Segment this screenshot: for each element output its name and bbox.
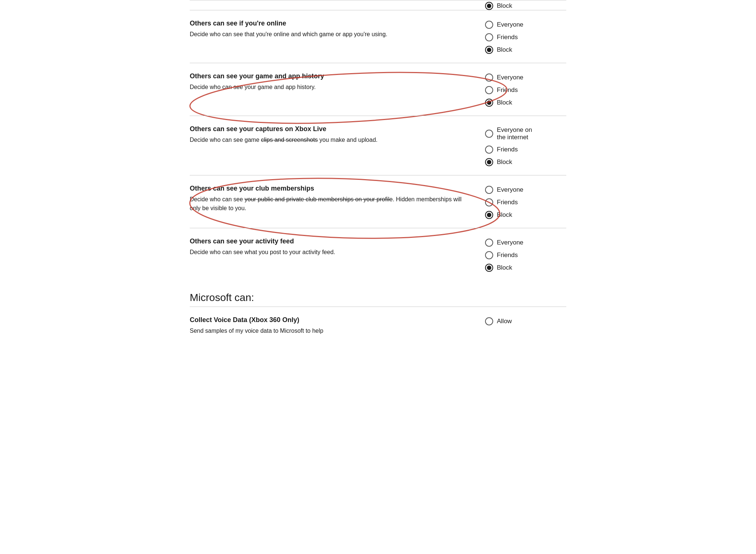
radio-indicator — [485, 198, 493, 206]
desc-strikethrough: clips and screenshots — [261, 137, 318, 143]
radio-block-activity[interactable]: Block — [485, 264, 566, 272]
radio-friends-activity[interactable]: Friends — [485, 251, 566, 259]
setting-options-online: Everyone Friends Block — [485, 19, 566, 54]
radio-label: Everyone — [497, 21, 523, 28]
setting-info-game-history: Others can see your game and app history… — [190, 72, 485, 92]
radio-indicator — [485, 21, 493, 29]
radio-label: Everyone onthe internet — [497, 126, 532, 141]
setting-activity-feed: Others can see your activity feed Decide… — [190, 228, 566, 281]
radio-label: Everyone — [497, 74, 523, 81]
radio-label: Friends — [497, 252, 518, 259]
setting-options-voice: Allow — [485, 316, 566, 325]
setting-info-club: Others can see your club memberships Dec… — [190, 184, 485, 213]
radio-label: Block — [497, 99, 512, 106]
desc-text-1: Decide who can see game — [190, 137, 261, 143]
radio-friends-game-history[interactable]: Friends — [485, 86, 566, 94]
radio-block-captures[interactable]: Block — [485, 158, 566, 166]
radio-indicator — [485, 239, 493, 247]
radio-indicator — [485, 130, 493, 138]
desc-club-1: Decide who can see — [190, 196, 245, 202]
setting-online-status: Others can see if you're online Decide w… — [190, 10, 566, 63]
radio-indicator — [485, 158, 493, 166]
radio-everyone-club[interactable]: Everyone — [485, 186, 566, 194]
radio-block-game-history[interactable]: Block — [485, 99, 566, 107]
radio-indicator — [485, 2, 493, 10]
setting-club-memberships: Others can see your club memberships Dec… — [190, 175, 566, 228]
microsoft-section: Microsoft can: Collect Voice Data (Xbox … — [190, 281, 566, 344]
radio-friends-online[interactable]: Friends — [485, 33, 566, 41]
radio-label: Friends — [497, 34, 518, 41]
radio-label: Friends — [497, 146, 518, 153]
radio-label: Everyone — [497, 186, 523, 194]
radio-label: Block — [497, 264, 512, 271]
radio-friends-captures[interactable]: Friends — [485, 146, 566, 154]
radio-allow-voice[interactable]: Allow — [485, 317, 566, 325]
setting-title-online: Others can see if you're online — [190, 19, 470, 28]
radio-indicator — [485, 146, 493, 154]
radio-label: Block — [497, 46, 512, 54]
setting-options-captures: Everyone onthe internet Friends Block — [485, 125, 566, 166]
radio-label: Friends — [497, 199, 518, 206]
setting-info-activity: Others can see your activity feed Decide… — [190, 237, 485, 257]
setting-title-activity: Others can see your activity feed — [190, 237, 470, 246]
setting-desc-online: Decide who can see that you're online an… — [190, 30, 470, 39]
setting-captures: Others can see your captures on Xbox Liv… — [190, 116, 566, 175]
radio-block-online[interactable]: Block — [485, 46, 566, 54]
radio-everyone-internet-captures[interactable]: Everyone onthe internet — [485, 126, 566, 141]
setting-desc-captures: Decide who can see game clips and screen… — [190, 136, 470, 144]
setting-info-captures: Others can see your captures on Xbox Liv… — [190, 125, 485, 144]
setting-info-online: Others can see if you're online Decide w… — [190, 19, 485, 39]
radio-label: Allow — [497, 318, 512, 325]
setting-title-game-history: Others can see your game and app history — [190, 72, 470, 81]
setting-desc-activity: Decide who can see what you post to your… — [190, 248, 470, 257]
setting-desc-game-history: Decide who can see your game and app his… — [190, 83, 470, 92]
setting-info-voice: Collect Voice Data (Xbox 360 Only) Send … — [190, 316, 485, 335]
radio-label: Everyone — [497, 239, 523, 246]
setting-game-history: Others can see your game and app history… — [190, 63, 566, 116]
radio-indicator — [485, 86, 493, 94]
radio-option-block-top[interactable]: Block — [485, 2, 566, 10]
radio-indicator — [485, 99, 493, 107]
radio-indicator — [485, 186, 493, 194]
radio-indicator — [485, 46, 493, 54]
radio-everyone-activity[interactable]: Everyone — [485, 239, 566, 247]
setting-desc-club: Decide who can see your public and priva… — [190, 195, 470, 213]
radio-label: Block — [497, 211, 512, 219]
radio-indicator — [485, 211, 493, 219]
setting-options-club: Everyone Friends Block — [485, 184, 566, 219]
setting-desc-voice: Send samples of my voice data to Microso… — [190, 326, 470, 335]
radio-indicator — [485, 33, 493, 41]
radio-label: Block — [497, 158, 512, 166]
setting-voice-data: Collect Voice Data (Xbox 360 Only) Send … — [190, 307, 566, 344]
setting-title-club: Others can see your club memberships — [190, 184, 470, 193]
radio-everyone-game-history[interactable]: Everyone — [485, 73, 566, 82]
radio-everyone-online[interactable]: Everyone — [485, 21, 566, 29]
radio-friends-club[interactable]: Friends — [485, 198, 566, 206]
radio-label: Friends — [497, 86, 518, 94]
radio-label: Block — [497, 2, 512, 10]
radio-indicator — [485, 317, 493, 325]
setting-title-voice: Collect Voice Data (Xbox 360 Only) — [190, 316, 470, 324]
setting-options-activity: Everyone Friends Block — [485, 237, 566, 272]
radio-indicator — [485, 264, 493, 272]
desc-club-strikethrough: your public and private club memberships… — [245, 196, 393, 202]
setting-options-game-history: Everyone Friends Block — [485, 72, 566, 107]
radio-block-club[interactable]: Block — [485, 211, 566, 219]
microsoft-section-title: Microsoft can: — [190, 284, 566, 307]
desc-text-2: you make and upload. — [318, 137, 378, 143]
radio-indicator — [485, 251, 493, 259]
radio-indicator — [485, 73, 493, 82]
setting-title-captures: Others can see your captures on Xbox Liv… — [190, 125, 470, 133]
